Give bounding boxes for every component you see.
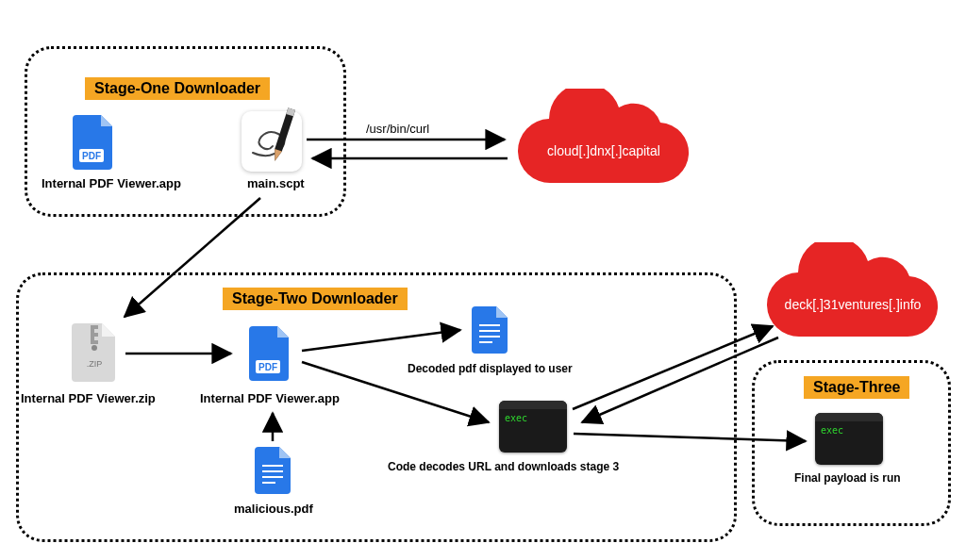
pdf-icon-2: PDF bbox=[247, 324, 294, 385]
stage-one-badge: Stage-One Downloader bbox=[85, 77, 270, 100]
decode-url-caption: Code decodes URL and downloads stage 3 bbox=[388, 460, 619, 473]
svg-point-2 bbox=[92, 345, 97, 351]
svg-line-15 bbox=[125, 198, 260, 317]
exec-label-2: exec bbox=[815, 421, 883, 439]
svg-text:PDF: PDF bbox=[258, 362, 277, 372]
arrow-pdf-to-term bbox=[302, 358, 498, 432]
pdf-icon: PDF bbox=[71, 113, 118, 173]
arrow-pdf-to-decoded bbox=[302, 324, 470, 360]
decoded-pdf-icon bbox=[470, 305, 511, 359]
svg-line-18 bbox=[302, 362, 489, 422]
arrow-cloud2-to-term bbox=[575, 336, 786, 432]
arrow-curl-out bbox=[307, 135, 514, 144]
arrow-scpt-to-zip bbox=[117, 194, 268, 326]
terminal-decode: exec bbox=[499, 401, 567, 453]
cloud-31ventures-label: deck[.]31ventures[.]info bbox=[753, 297, 953, 312]
zip-icon: .ZIP bbox=[68, 321, 121, 387]
exec-label-1: exec bbox=[499, 409, 567, 427]
malicious-pdf-icon bbox=[253, 445, 294, 500]
arrow-zip-to-pdf bbox=[125, 349, 241, 358]
zip-caption: Internal PDF Viewer.zip bbox=[21, 391, 156, 405]
svg-line-22 bbox=[574, 434, 806, 441]
main-scpt-caption: main.scpt bbox=[247, 176, 305, 190]
svg-line-21 bbox=[582, 338, 778, 422]
final-payload-caption: Final payload is run bbox=[794, 471, 901, 485]
curl-command-label: /usr/bin/curl bbox=[366, 122, 429, 136]
malicious-pdf-caption: malicious.pdf bbox=[234, 502, 313, 516]
arrow-malicious-to-pdf bbox=[266, 407, 279, 443]
script-editor-icon bbox=[242, 111, 302, 172]
cloud-dnx: cloud[.]dnx[.]capital bbox=[504, 89, 704, 202]
cloud-dnx-label: cloud[.]dnx[.]capital bbox=[504, 143, 704, 158]
arrow-term-to-final bbox=[574, 430, 813, 447]
pdf-app-1-caption: Internal PDF Viewer.app bbox=[42, 176, 181, 190]
svg-line-17 bbox=[302, 330, 460, 351]
stage-three-badge: Stage-Three bbox=[804, 376, 909, 399]
arrow-curl-in bbox=[305, 154, 514, 163]
zip-ext-label: .ZIP bbox=[87, 359, 103, 369]
terminal-final: exec bbox=[815, 413, 883, 465]
svg-text:PDF: PDF bbox=[82, 151, 101, 161]
